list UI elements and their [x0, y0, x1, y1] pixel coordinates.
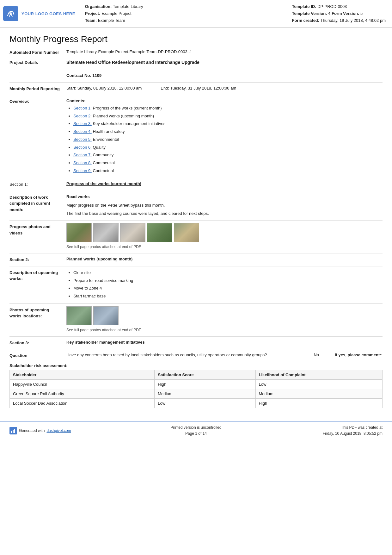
- footer-generated-text: Generated with: [19, 428, 45, 433]
- question-answer: No: [314, 352, 319, 359]
- period-start: Start: Sunday, 01 July 2018, 12:00:00 am: [66, 85, 142, 92]
- description-value: Road works Major progress on the Peter S…: [66, 194, 383, 217]
- team-value: Example Team: [98, 18, 125, 23]
- upcoming-photos-row: Photos of upcoming works locations: See …: [9, 306, 383, 333]
- photo-strip: [66, 223, 383, 242]
- section2-heading: Planned works (upcoming month): [66, 256, 383, 263]
- overview-row: Overview: Contents: Section 1: Progress …: [9, 98, 383, 175]
- svg-rect-3: [14, 429, 15, 433]
- list-item: Section 8: Commercial: [73, 159, 383, 167]
- footer-right-line2: Friday, 10 August 2018, 8:05:52 pm: [307, 431, 383, 437]
- page-footer: Generated with dashpivot.com Printed ver…: [0, 421, 392, 440]
- footer-center-line1: Printed version is uncontrolled: [85, 425, 307, 431]
- contents-label: Contents:: [66, 98, 86, 103]
- footer-right: This PDF was created at Friday, 10 Augus…: [307, 425, 383, 437]
- list-item: Section 1: Progress of the works (curren…: [73, 104, 383, 112]
- period-end: End: Tuesday, 31 July 2018, 12:00:00 am: [161, 85, 236, 92]
- footer-center-line2: Page 1 of 14: [85, 431, 307, 437]
- contract-no: Contract No: 1109: [66, 72, 383, 79]
- list-item: Section 3: Key stakeholder management in…: [73, 120, 383, 128]
- project-row: Project: Example Project: [85, 10, 143, 17]
- page-header: YOUR LOGO GOES HERE Organisation: Templa…: [0, 0, 392, 28]
- list-item: Clear site: [73, 269, 383, 277]
- template-version-label: Template Version:: [292, 11, 327, 16]
- upcoming-photos-value: See full page photos attached at end of …: [66, 306, 383, 333]
- stakeholder-section: Stakeholder risk assessment: Stakeholder…: [9, 363, 383, 408]
- photo-thumb: [120, 223, 145, 242]
- upcoming-desc-label: Description of upcoming works:: [9, 269, 66, 300]
- road-works-line1: Major progress on the Peter Street bypas…: [66, 202, 383, 209]
- form-created-row: Form created: Thursday, 19 July 2018, 4:…: [292, 17, 386, 24]
- upcoming-photo-strip: [66, 306, 383, 325]
- table-cell: Low: [155, 398, 255, 408]
- list-item: Start tarmac base: [73, 292, 383, 300]
- overview-label: Overview:: [9, 98, 66, 175]
- contract-no-value: 1109: [92, 73, 101, 78]
- footer-logo-icon: [9, 427, 17, 434]
- list-item: Section 5: Environmental: [73, 136, 383, 144]
- upcoming-photo-caption: See full page photos attached at end of …: [66, 327, 383, 333]
- list-item: Prepare for road service marking: [73, 277, 383, 285]
- section1-heading: Progress of the works (current month): [66, 181, 383, 188]
- header-meta: Organisation: Template Library Project: …: [85, 3, 386, 24]
- main-content: Monthly Progress Report Automated Form N…: [0, 28, 392, 414]
- table-cell: Local Soccer Dad Association: [10, 398, 155, 408]
- project-details-label: Project Details: [9, 59, 66, 79]
- team-row: Team: Example Team: [85, 17, 143, 24]
- monthly-period-values: Start: Sunday, 01 July 2018, 12:00:00 am…: [66, 85, 383, 92]
- section3-row: Section 3: Key stakeholder management in…: [9, 339, 383, 346]
- section2-row: Section 2: Planned works (upcoming month…: [9, 256, 383, 263]
- road-works-line2: The first the base and wearing courses w…: [66, 210, 383, 217]
- contents-list: Section 1: Progress of the works (curren…: [66, 104, 383, 175]
- footer-left: Generated with dashpivot.com: [9, 427, 85, 434]
- table-header-likelihood: Likelihood of Complaint: [255, 370, 382, 379]
- upcoming-desc-row: Description of upcoming works: Clear sit…: [9, 269, 383, 300]
- overview-value: Contents: Section 1: Progress of the wor…: [66, 98, 383, 175]
- upcoming-photos-label: Photos of upcoming works locations:: [9, 306, 66, 333]
- photo-thumb: [66, 306, 92, 325]
- form-version-value: 5: [360, 11, 363, 16]
- footer-center: Printed version is uncontrolled Page 1 o…: [85, 425, 307, 437]
- question-text: Have any concerns been raised by local s…: [66, 352, 298, 358]
- description-label: Description of work completed in current…: [9, 194, 66, 217]
- table-cell: Low: [255, 379, 382, 389]
- header-org-col: Organisation: Template Library Project: …: [85, 3, 143, 24]
- automated-form-value: Template Library-Example Project-Example…: [66, 49, 383, 56]
- progress-photos-row: Progress photos and videos See full page…: [9, 223, 383, 250]
- template-id-value: DP-PROD-0003: [317, 4, 347, 9]
- stakeholder-section-label: Stakeholder risk assessment:: [9, 363, 383, 368]
- automated-form-label: Automated Form Number: [9, 49, 66, 56]
- photo-caption: See full page photos attached at end of …: [66, 244, 383, 250]
- project-details-row: Project Details Sitemate Head Office Red…: [9, 59, 383, 79]
- project-value: Example Project: [101, 11, 132, 16]
- table-cell: High: [255, 398, 382, 408]
- section1-row: Section 1: Progress of the works (curren…: [9, 181, 383, 188]
- automated-form-row: Automated Form Number Template Library-E…: [9, 49, 383, 56]
- table-cell: Medium: [155, 389, 255, 398]
- svg-rect-2: [13, 430, 14, 433]
- list-item: Move to Zone 4: [73, 284, 383, 292]
- upcoming-works-list: Clear site Prepare for road service mark…: [66, 269, 383, 300]
- question-row: Question Have any concerns been raised b…: [9, 352, 383, 359]
- project-details-value: Sitemate Head Office Redevelopment and I…: [66, 59, 383, 79]
- form-created-value: Thursday, 19 July 2018, 4:48:02 pm: [321, 18, 386, 23]
- progress-photos-value: See full page photos attached at end of …: [66, 223, 383, 250]
- logo-text: YOUR LOGO GOES HERE: [21, 11, 75, 16]
- table-cell: High: [155, 379, 255, 389]
- team-label: Team:: [85, 18, 97, 23]
- table-header-stakeholder: Stakeholder: [10, 370, 155, 379]
- project-details-main: Sitemate Head Office Redevelopment and I…: [66, 59, 383, 66]
- report-title: Monthly Progress Report: [9, 34, 383, 44]
- photo-thumb: [93, 306, 119, 325]
- logo-section: YOUR LOGO GOES HERE: [3, 3, 80, 24]
- question-comment-label: If yes, please comment::: [335, 352, 383, 359]
- logo-icon: [3, 6, 18, 21]
- footer-link[interactable]: dashpivot.com: [46, 428, 71, 433]
- table-cell: Medium: [255, 389, 382, 398]
- table-header-row: Stakeholder Satisfaction Score Likelihoo…: [10, 370, 383, 379]
- question-label: Question: [9, 352, 66, 359]
- upcoming-desc-value: Clear site Prepare for road service mark…: [66, 269, 383, 300]
- table-row: Green Square Rail Authority Medium Mediu…: [10, 389, 383, 398]
- description-row: Description of work completed in current…: [9, 194, 383, 217]
- list-item: Section 6: Quality: [73, 144, 383, 152]
